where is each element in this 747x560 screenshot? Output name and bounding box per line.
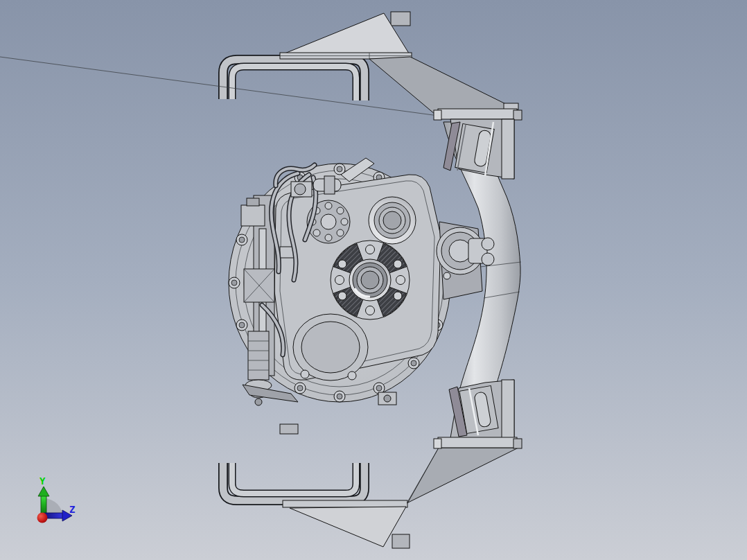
- bottom-tab: [378, 392, 396, 405]
- central-hub[interactable]: [331, 240, 410, 320]
- boss-top-right: [369, 197, 416, 244]
- cad-viewport[interactable]: Y Z: [0, 0, 747, 560]
- x-axis-origin-ball: [37, 513, 48, 523]
- lower-cover: [293, 314, 368, 380]
- y-axis-label: Y: [39, 475, 46, 487]
- z-axis-label: Z: [69, 504, 75, 515]
